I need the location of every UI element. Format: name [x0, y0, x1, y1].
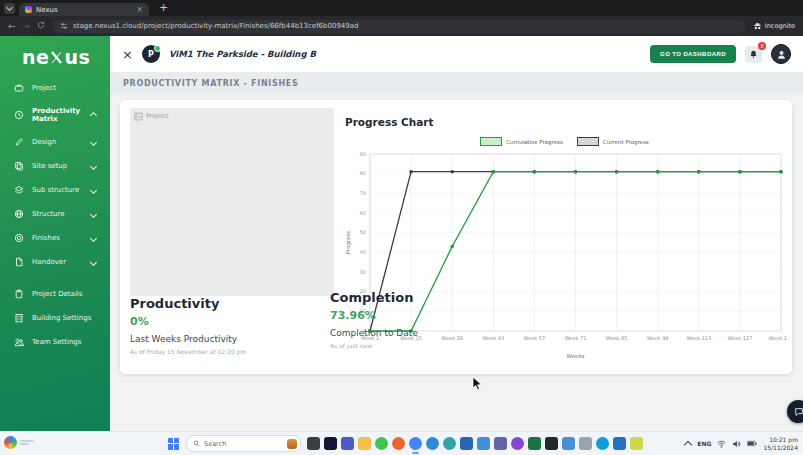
- taskbar-icon-photos[interactable]: [613, 437, 626, 450]
- taskbar-icon-skype[interactable]: [596, 437, 609, 450]
- sidebar-item-team-settings[interactable]: Team Settings: [0, 330, 110, 354]
- sidebar-item-project[interactable]: Project: [0, 76, 110, 100]
- sidebar-item-label: Structure: [32, 210, 83, 218]
- battery-icon[interactable]: [747, 440, 757, 447]
- svg-text:Weeks: Weeks: [567, 353, 585, 359]
- svg-text:Week 113: Week 113: [686, 335, 711, 341]
- project-avatar[interactable]: P: [142, 45, 160, 63]
- svg-text:50: 50: [359, 229, 366, 235]
- url-text: stage.nexus1.cloud/project/productivity-…: [73, 22, 358, 30]
- sidebar-item-building-settings[interactable]: Building Settings: [0, 306, 110, 330]
- taskbar-icon-edge[interactable]: [426, 437, 439, 450]
- pen-icon: [14, 137, 24, 147]
- tab-search-icon[interactable]: [4, 3, 15, 14]
- wifi-icon[interactable]: [717, 440, 726, 448]
- productivity-heading: Productivity: [130, 296, 340, 311]
- chat-fab-button[interactable]: [787, 400, 803, 423]
- svg-text:Week 137: Week 137: [769, 335, 787, 341]
- notifications-button[interactable]: 0: [745, 46, 762, 63]
- chevron-down-icon: [90, 234, 97, 241]
- search-icon: [193, 440, 200, 447]
- tab-title: Nexus: [36, 6, 132, 14]
- productivity-value: 0%: [130, 315, 340, 328]
- back-icon[interactable]: ←: [8, 22, 16, 31]
- close-icon[interactable]: ×: [122, 48, 133, 61]
- widgets-button[interactable]: [4, 436, 34, 449]
- show-hidden-icons-button[interactable]: [684, 440, 692, 448]
- logo-text-prefix: ne: [22, 46, 49, 68]
- browser-addressbar: ← → stage.nexus1.cloud/project/productiv…: [0, 16, 803, 36]
- search-highlight-icon[interactable]: [287, 439, 297, 449]
- taskbar-icon-onedrive[interactable]: [562, 437, 575, 450]
- taskbar-icon-excel[interactable]: [528, 437, 541, 450]
- forward-icon[interactable]: →: [23, 22, 31, 31]
- sidebar-item-project-details[interactable]: Project Details: [0, 282, 110, 306]
- file-icon: [14, 257, 24, 267]
- start-button[interactable]: [168, 438, 180, 450]
- go-to-dashboard-button[interactable]: GO TO DASHBOARD: [650, 45, 736, 63]
- sidebar-item-label: Handover: [32, 258, 83, 266]
- svg-text:60: 60: [359, 210, 366, 216]
- sidebar-item-site-setup[interactable]: Site setup: [0, 154, 110, 178]
- clipboard-icon: [14, 289, 24, 299]
- user-avatar[interactable]: [771, 44, 791, 64]
- sidebar-item-productivity-matrix[interactable]: Productivity Matrix: [0, 100, 110, 130]
- target-icon: [14, 233, 24, 243]
- taskbar-icon-word-list[interactable]: [579, 437, 592, 450]
- reload-icon[interactable]: [37, 21, 45, 31]
- chevron-down-icon: [90, 162, 97, 169]
- copy-icon: [14, 161, 24, 171]
- project-image-placeholder: Project: [130, 108, 334, 296]
- language-indicator[interactable]: ENG: [697, 440, 711, 447]
- taskbar-icon-chrome[interactable]: [409, 437, 422, 450]
- taskbar-icon-teams-work[interactable]: [494, 437, 507, 450]
- sidebar-item-handover[interactable]: Handover: [0, 250, 110, 274]
- taskbar-icon-edge-canary[interactable]: [443, 437, 456, 450]
- new-tab-button[interactable]: +: [159, 2, 168, 13]
- sidebar-item-label: Project: [32, 84, 100, 92]
- chevron-down-icon: [6, 4, 13, 11]
- taskbar-clock[interactable]: 10:21 pm 15/11/2024: [763, 436, 798, 451]
- volume-icon[interactable]: [732, 440, 741, 448]
- productivity-panel: Productivity 0% Last Weeks Productivity …: [130, 296, 340, 355]
- sidebar-item-finishes[interactable]: Finishes: [0, 226, 110, 250]
- productivity-label: Last Weeks Productivity: [130, 334, 340, 344]
- tab-close-icon[interactable]: ×: [136, 6, 143, 14]
- taskbar-icon-outlook-new[interactable]: [477, 437, 490, 450]
- chart-legend: Cumulative ProgressCurrent Progress: [342, 137, 787, 146]
- sidebar-item-structure[interactable]: Structure: [0, 202, 110, 226]
- sidebar-item-label: Building Settings: [32, 314, 100, 322]
- broken-image-icon: [134, 112, 143, 121]
- site-info-icon[interactable]: [60, 22, 68, 30]
- taskbar-icon-teamviewer[interactable]: [324, 437, 337, 450]
- svg-text:Progress: Progress: [345, 231, 352, 255]
- windows-taskbar: Search ENG 10:21 pm 15/11/2024: [0, 431, 803, 455]
- taskbar-icon-notepad[interactable]: [630, 437, 643, 450]
- sidebar-item-sub-structure[interactable]: Sub structure: [0, 178, 110, 202]
- taskbar-icon-outlook[interactable]: [460, 437, 473, 450]
- browser-tab[interactable]: Nexus ×: [19, 3, 149, 16]
- taskbar-icon-clipchamp[interactable]: [511, 437, 524, 450]
- taskbar-icon-teams[interactable]: [341, 437, 354, 450]
- taskbar-icon-firefox[interactable]: [392, 437, 405, 450]
- sidebar-item-design[interactable]: Design: [0, 130, 110, 154]
- url-bar[interactable]: stage.nexus1.cloud/project/productivity-…: [52, 20, 746, 33]
- completion-asof: As of just now: [330, 342, 540, 349]
- taskbar-icon-camera[interactable]: [545, 437, 558, 450]
- layers-icon: [14, 185, 24, 195]
- nexus-logo: ne us: [0, 36, 110, 76]
- browser-tabstrip: Nexus × +: [0, 0, 803, 16]
- taskbar-icon-file-explorer[interactable]: [358, 437, 371, 450]
- taskbar-icon-task-view[interactable]: [307, 437, 320, 450]
- svg-text:Week 127: Week 127: [727, 335, 752, 341]
- incognito-badge: Incognito: [753, 22, 795, 31]
- chevron-down-icon: [90, 138, 97, 145]
- taskbar-icon-whatsapp[interactable]: [375, 437, 388, 450]
- globe-icon: [14, 209, 24, 219]
- search-placeholder: Search: [204, 440, 283, 448]
- svg-text:Week 71: Week 71: [565, 335, 587, 341]
- app-header: × P ViM1 The Parkside - Building B GO TO…: [110, 36, 803, 72]
- taskbar-center: Search: [168, 432, 643, 455]
- taskbar-search[interactable]: Search: [186, 435, 301, 452]
- svg-text:30: 30: [359, 269, 366, 275]
